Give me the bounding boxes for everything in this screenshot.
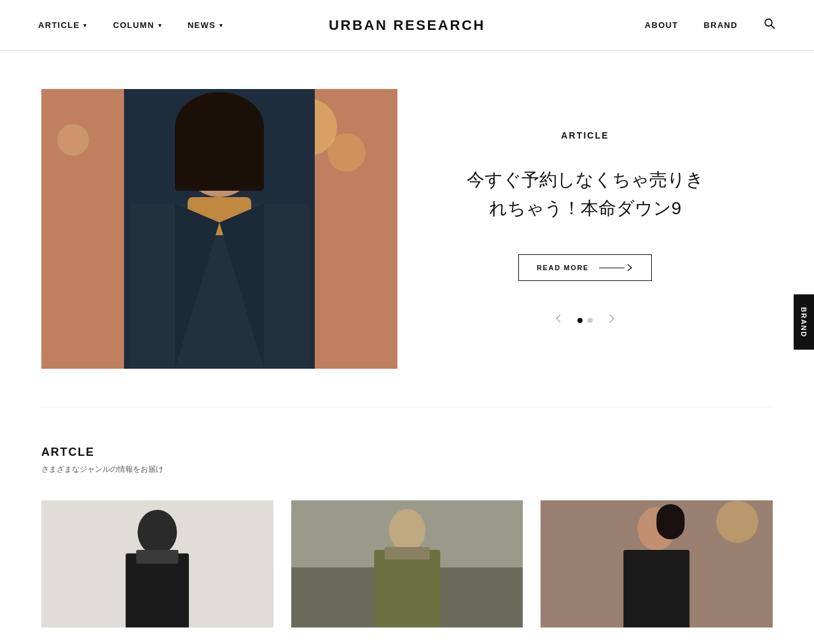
slider-controls [553, 313, 617, 327]
svg-rect-18 [136, 550, 178, 564]
hero-tag: ARTICLE [561, 130, 609, 140]
svg-point-22 [389, 509, 425, 551]
svg-point-5 [57, 124, 89, 156]
slider-dot-1[interactable] [577, 318, 583, 323]
brand-side-tab[interactable]: BRAND [794, 294, 814, 350]
nav-news[interactable]: NEWS ▾ [188, 20, 224, 30]
svg-point-27 [717, 501, 759, 543]
svg-rect-9 [175, 127, 264, 191]
chevron-down-icon: ▾ [83, 22, 87, 29]
nav-right: ABOUT BRAND [645, 17, 776, 33]
site-logo[interactable]: URBAN RESEARCH [329, 17, 485, 34]
svg-rect-17 [126, 553, 189, 627]
card-image-2 [291, 500, 523, 627]
svg-line-1 [771, 25, 775, 29]
chevron-down-icon: ▾ [219, 22, 223, 29]
svg-point-16 [137, 510, 177, 555]
article-card-1[interactable] [41, 500, 273, 635]
hero-image [41, 89, 397, 369]
card-image-1 [41, 500, 273, 627]
article-card-2[interactable] [291, 500, 523, 635]
svg-point-0 [765, 19, 772, 26]
header: ARTICLE ▾ COLUMN ▾ NEWS ▾ URBAN RESEARCH… [0, 0, 814, 51]
nav-brand[interactable]: BRAND [704, 20, 738, 30]
hero-content: ARTICLE 今すぐ予約しなくちゃ売りきれちゃう！本命ダウン9 READ MO… [397, 89, 773, 369]
svg-rect-23 [374, 550, 440, 627]
nav-about[interactable]: ABOUT [645, 20, 679, 30]
svg-rect-24 [385, 547, 430, 559]
read-more-button[interactable]: READ MORE [518, 254, 652, 281]
chevron-down-icon: ▾ [158, 22, 162, 29]
hero-title: 今すぐ予約しなくちゃ売りきれちゃう！本命ダウン9 [467, 166, 704, 223]
search-icon[interactable] [763, 17, 776, 33]
section-header: ARTCLE さまざまなジャンルの情報をお届け [41, 446, 773, 475]
nav-article[interactable]: ARTICLE ▾ [38, 20, 88, 30]
slider-prev-button[interactable] [553, 313, 565, 327]
nav-left: ARTICLE ▾ COLUMN ▾ NEWS ▾ [38, 20, 223, 30]
slider-next-button[interactable] [605, 313, 617, 327]
card-image-3 [541, 500, 773, 627]
section-title: ARTCLE [41, 446, 773, 459]
svg-rect-30 [624, 550, 690, 627]
read-more-arrow [599, 264, 633, 271]
section-subtitle: さまざまなジャンルの情報をお届け [41, 464, 773, 475]
hero-section: ARTICLE 今すぐ予約しなくちゃ売りきれちゃう！本命ダウン9 READ MO… [0, 51, 814, 407]
article-section: ARTCLE さまざまなジャンルの情報をお届け [0, 408, 814, 644]
cards-grid [41, 500, 773, 635]
svg-point-4 [328, 134, 366, 172]
slider-dot-2[interactable] [588, 318, 593, 323]
slider-dots [577, 318, 593, 323]
article-card-3[interactable] [541, 500, 773, 635]
svg-rect-29 [657, 504, 685, 539]
nav-column[interactable]: COLUMN ▾ [113, 20, 162, 30]
